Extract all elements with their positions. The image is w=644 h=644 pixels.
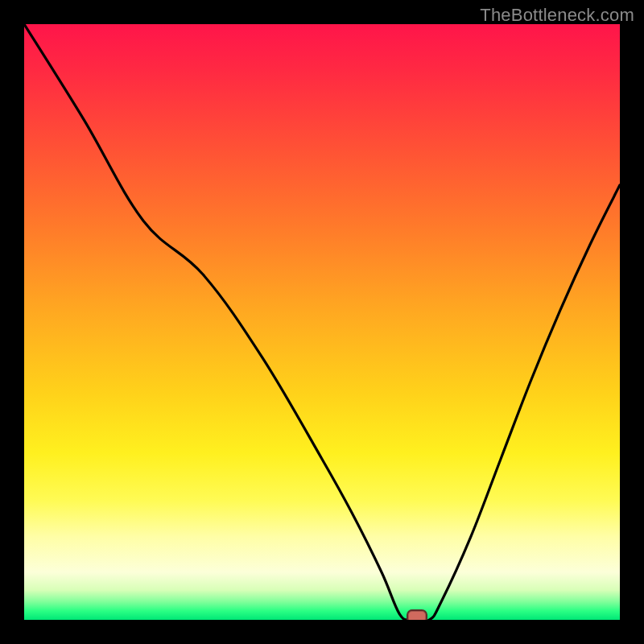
watermark-text: TheBottleneck.com bbox=[480, 5, 634, 26]
bottleneck-curve bbox=[24, 24, 620, 620]
current-position-marker bbox=[407, 609, 427, 620]
plot-area bbox=[24, 24, 620, 620]
chart-frame: TheBottleneck.com bbox=[0, 0, 644, 644]
